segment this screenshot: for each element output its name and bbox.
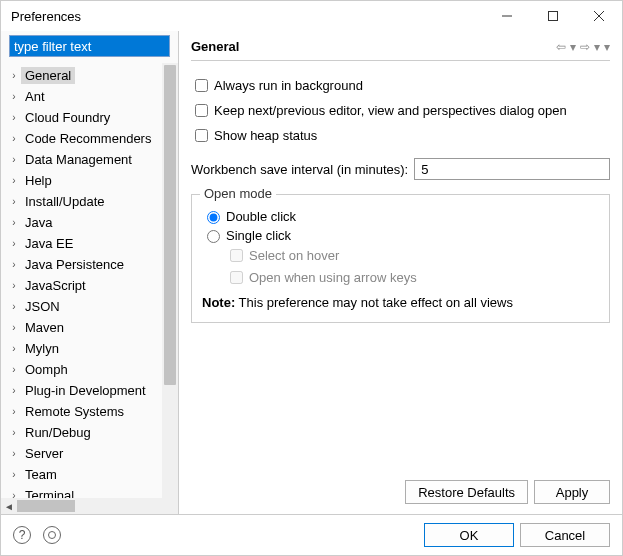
titlebar: Preferences xyxy=(1,1,622,31)
select-on-hover-checkbox xyxy=(230,249,243,262)
tree-item[interactable]: ›Remote Systems xyxy=(7,401,178,422)
tree-item-label: Team xyxy=(21,466,61,483)
keep-dialog-open-checkbox[interactable] xyxy=(195,104,208,117)
tree-item-label: Ant xyxy=(21,88,49,105)
tree-item-label: Run/Debug xyxy=(21,424,95,441)
tree-item-label: JSON xyxy=(21,298,64,315)
tree-item[interactable]: ›Run/Debug xyxy=(7,422,178,443)
back-menu-icon[interactable]: ▾ xyxy=(570,40,576,54)
expand-icon[interactable]: › xyxy=(7,448,21,459)
preference-tree[interactable]: ›General›Ant›Cloud Foundry›Code Recommen… xyxy=(1,63,178,498)
tree-item-label: Server xyxy=(21,445,67,462)
close-button[interactable] xyxy=(576,1,622,31)
forward-menu-icon[interactable]: ▾ xyxy=(594,40,600,54)
tree-item-label: Java EE xyxy=(21,235,77,252)
tree-item[interactable]: ›Ant xyxy=(7,86,178,107)
expand-icon[interactable]: › xyxy=(7,154,21,165)
tree-item[interactable]: ›General xyxy=(7,65,178,86)
tree-item-label: Code Recommenders xyxy=(21,130,155,147)
expand-icon[interactable]: › xyxy=(7,490,21,498)
expand-icon[interactable]: › xyxy=(7,301,21,312)
tree-item[interactable]: ›JSON xyxy=(7,296,178,317)
tree-item-label: Terminal xyxy=(21,487,78,498)
expand-icon[interactable]: › xyxy=(7,217,21,228)
dialog-footer: ? OK Cancel xyxy=(1,514,622,555)
always-run-background-label: Always run in background xyxy=(214,78,363,93)
expand-icon[interactable]: › xyxy=(7,91,21,102)
show-heap-label: Show heap status xyxy=(214,128,317,143)
save-interval-label: Workbench save interval (in minutes): xyxy=(191,162,408,177)
apply-button[interactable]: Apply xyxy=(534,480,610,504)
minimize-button[interactable] xyxy=(484,1,530,31)
tree-item[interactable]: ›Mylyn xyxy=(7,338,178,359)
page-title: General xyxy=(191,39,556,54)
filter-input[interactable] xyxy=(9,35,170,57)
expand-icon[interactable]: › xyxy=(7,364,21,375)
tree-item[interactable]: ›JavaScript xyxy=(7,275,178,296)
open-arrow-keys-label: Open when using arrow keys xyxy=(249,270,417,285)
tree-item[interactable]: ›Cloud Foundry xyxy=(7,107,178,128)
tree-item[interactable]: ›Java xyxy=(7,212,178,233)
tree-item[interactable]: ›Maven xyxy=(7,317,178,338)
tree-item[interactable]: ›Terminal xyxy=(7,485,178,498)
expand-icon[interactable]: › xyxy=(7,133,21,144)
expand-icon[interactable]: › xyxy=(7,196,21,207)
ok-button[interactable]: OK xyxy=(424,523,514,547)
tree-item-label: Maven xyxy=(21,319,68,336)
expand-icon[interactable]: › xyxy=(7,427,21,438)
single-click-label: Single click xyxy=(226,228,291,243)
tree-item[interactable]: ›Team xyxy=(7,464,178,485)
restore-defaults-button[interactable]: Restore Defaults xyxy=(405,480,528,504)
tree-item[interactable]: ›Java EE xyxy=(7,233,178,254)
cancel-button[interactable]: Cancel xyxy=(520,523,610,547)
tree-item-label: Java Persistence xyxy=(21,256,128,273)
sidebar: ›General›Ant›Cloud Foundry›Code Recommen… xyxy=(1,31,179,514)
tree-item[interactable]: ›Java Persistence xyxy=(7,254,178,275)
expand-icon[interactable]: › xyxy=(7,469,21,480)
expand-icon[interactable]: › xyxy=(7,238,21,249)
vertical-scrollbar[interactable] xyxy=(162,63,178,498)
show-heap-checkbox[interactable] xyxy=(195,129,208,142)
open-arrow-keys-checkbox xyxy=(230,271,243,284)
save-interval-input[interactable] xyxy=(414,158,610,180)
open-mode-note: Note: This preference may not take effec… xyxy=(202,295,599,310)
expand-icon[interactable]: › xyxy=(7,70,21,81)
tree-item[interactable]: ›Server xyxy=(7,443,178,464)
tree-item[interactable]: ›Data Management xyxy=(7,149,178,170)
double-click-radio[interactable] xyxy=(207,211,220,224)
tree-item[interactable]: ›Install/Update xyxy=(7,191,178,212)
preference-page: General ⇦ ▾ ⇨ ▾ ▾ Always run in backgrou… xyxy=(179,31,622,514)
expand-icon[interactable]: › xyxy=(7,322,21,333)
horizontal-scrollbar[interactable]: ◄ xyxy=(1,498,178,514)
keep-dialog-open-label: Keep next/previous editor, view and pers… xyxy=(214,103,567,118)
tree-item-label: Data Management xyxy=(21,151,136,168)
tree-item-label: Plug-in Development xyxy=(21,382,150,399)
expand-icon[interactable]: › xyxy=(7,343,21,354)
svg-rect-1 xyxy=(549,12,558,21)
back-icon[interactable]: ⇦ xyxy=(556,40,566,54)
import-export-icon[interactable] xyxy=(43,526,61,544)
expand-icon[interactable]: › xyxy=(7,406,21,417)
double-click-label: Double click xyxy=(226,209,296,224)
select-on-hover-label: Select on hover xyxy=(249,248,339,263)
tree-item[interactable]: ›Code Recommenders xyxy=(7,128,178,149)
forward-icon[interactable]: ⇨ xyxy=(580,40,590,54)
expand-icon[interactable]: › xyxy=(7,259,21,270)
expand-icon[interactable]: › xyxy=(7,175,21,186)
expand-icon[interactable]: › xyxy=(7,385,21,396)
open-mode-group: Open mode Double click Single click Sele… xyxy=(191,194,610,323)
tree-item[interactable]: ›Oomph xyxy=(7,359,178,380)
tree-item-label: JavaScript xyxy=(21,277,90,294)
maximize-button[interactable] xyxy=(530,1,576,31)
tree-item[interactable]: ›Plug-in Development xyxy=(7,380,178,401)
expand-icon[interactable]: › xyxy=(7,280,21,291)
tree-item[interactable]: ›Help xyxy=(7,170,178,191)
expand-icon[interactable]: › xyxy=(7,112,21,123)
help-icon[interactable]: ? xyxy=(13,526,31,544)
tree-item-label: Cloud Foundry xyxy=(21,109,114,126)
tree-item-label: Install/Update xyxy=(21,193,109,210)
single-click-radio[interactable] xyxy=(207,230,220,243)
always-run-background-checkbox[interactable] xyxy=(195,79,208,92)
tree-item-label: Oomph xyxy=(21,361,72,378)
view-menu-icon[interactable]: ▾ xyxy=(604,40,610,54)
